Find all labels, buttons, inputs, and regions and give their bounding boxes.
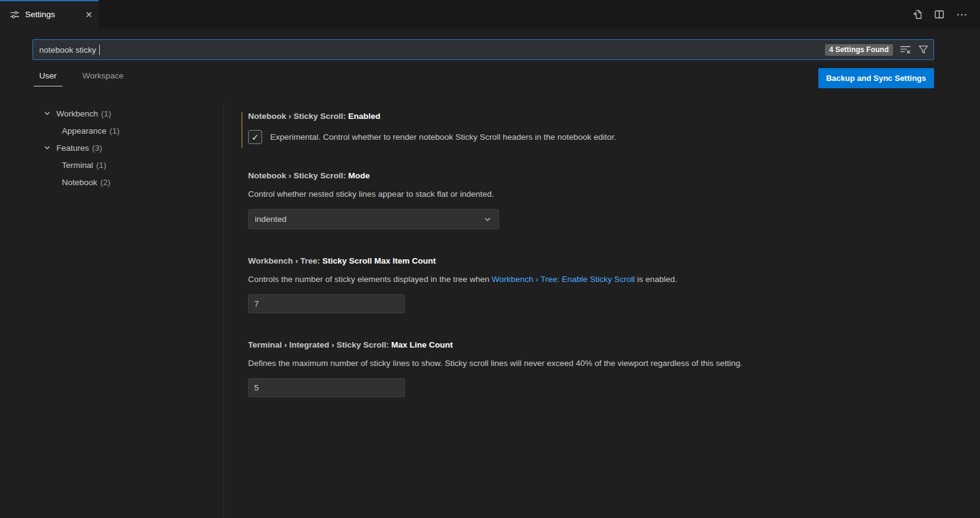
setting-notebook-sticky-scroll-enabled: Notebook › Sticky Scroll: Enabled ✓ Expe…: [241, 110, 980, 144]
scope-tabs: User Workspace: [32, 68, 129, 86]
setting-description: Control whether nested sticky lines appe…: [248, 188, 980, 200]
toc-item-label: Features: [56, 143, 89, 153]
setting-label: Sticky Scroll Max Item Count: [322, 256, 435, 265]
chevron-down-icon[interactable]: [42, 109, 52, 118]
backup-and-sync-settings-button[interactable]: Backup and Sync Settings: [818, 68, 934, 88]
setting-description: Defines the maximum number of sticky lin…: [248, 357, 980, 370]
select-value: indented: [255, 215, 287, 224]
settings-list: Notebook › Sticky Scroll: Enabled ✓ Expe…: [224, 103, 980, 517]
setting-title: Notebook › Sticky Scroll: Enabled: [248, 110, 980, 123]
toc-item-workbench[interactable]: Workbench (1): [0, 105, 224, 122]
setting-title: Notebook › Sticky Scroll: Mode: [248, 170, 980, 182]
split-editor-icon[interactable]: [934, 9, 944, 20]
setting-terminal-sticky-scroll-max-line-count: Terminal › Integrated › Sticky Scroll: M…: [241, 339, 980, 397]
toc-item-count: (1): [96, 161, 107, 170]
settings-found-badge: 4 Settings Found: [825, 44, 893, 56]
setting-category: Notebook › Sticky Scroll:: [248, 112, 346, 121]
setting-title: Terminal › Integrated › Sticky Scroll: M…: [248, 339, 980, 351]
toc-item-label: Notebook: [62, 178, 97, 187]
description-text: Controls the number of sticky elements d…: [248, 275, 492, 284]
clear-search-results-icon[interactable]: [900, 45, 911, 55]
setting-workbench-tree-sticky-scroll-max-item-count: Workbench › Tree: Sticky Scroll Max Item…: [241, 255, 980, 313]
open-settings-json-icon[interactable]: [912, 9, 922, 20]
max-item-count-input[interactable]: [248, 294, 405, 313]
toc-item-count: (3): [92, 143, 102, 153]
toc-item-label: Terminal: [62, 161, 93, 170]
filter-icon[interactable]: [918, 45, 929, 55]
setting-control-row: ✓ Experimental. Control whether to rende…: [248, 130, 980, 144]
close-tab-icon[interactable]: ✕: [85, 10, 92, 19]
description-text: is enabled.: [635, 275, 677, 284]
setting-category: Notebook › Sticky Scroll:: [248, 171, 346, 180]
search-input-value: notebook sticky: [39, 45, 96, 55]
settings-search-row: notebook sticky 4 Settings Found: [32, 39, 934, 60]
setting-label: Mode: [349, 171, 370, 180]
more-actions-icon[interactable]: ⋯: [956, 9, 968, 20]
tab-user[interactable]: User: [34, 71, 62, 86]
toc-item-label: Workbench: [56, 109, 98, 118]
setting-category: Terminal › Integrated › Sticky Scroll:: [248, 340, 389, 349]
search-controls: 4 Settings Found: [825, 44, 929, 56]
tab-workspace[interactable]: Workspace: [77, 71, 129, 86]
toc-item-features[interactable]: Features (3): [0, 139, 224, 156]
tab-settings[interactable]: Settings ✕: [0, 0, 99, 29]
toc-item-count: (2): [100, 178, 111, 187]
settings-header-row: User Workspace Backup and Sync Settings: [32, 68, 934, 96]
mode-select[interactable]: indented: [248, 209, 499, 229]
setting-label: Max Line Count: [391, 340, 453, 349]
setting-description: Experimental. Control whether to render …: [270, 131, 616, 143]
settings-toc: Workbench (1) Appearance (1) Features (3…: [0, 103, 224, 517]
editor-tab-strip: Settings ✕ ⋯: [0, 0, 980, 29]
setting-title: Workbench › Tree: Sticky Scroll Max Item…: [248, 255, 980, 267]
toc-item-label: Appearance: [62, 126, 107, 135]
max-line-count-input[interactable]: [248, 378, 405, 397]
check-icon: ✓: [252, 132, 259, 142]
settings-search-input[interactable]: notebook sticky 4 Settings Found: [32, 39, 934, 60]
toc-item-appearance[interactable]: Appearance (1): [0, 122, 224, 139]
text-caret: [99, 45, 100, 55]
setting-category: Workbench › Tree:: [248, 256, 320, 265]
setting-notebook-sticky-scroll-mode: Notebook › Sticky Scroll: Mode Control w…: [241, 170, 980, 229]
setting-link-enable-sticky-scroll[interactable]: Workbench › Tree: Enable Sticky Scroll: [492, 275, 635, 284]
toc-item-terminal[interactable]: Terminal (1): [0, 156, 224, 173]
tab-label: Settings: [25, 10, 55, 19]
setting-label: Enabled: [349, 112, 381, 121]
setting-description: Controls the number of sticky elements d…: [248, 273, 980, 286]
settings-sliders-icon: [10, 10, 20, 20]
checkbox-checked[interactable]: ✓: [248, 130, 262, 144]
settings-body: Workbench (1) Appearance (1) Features (3…: [0, 103, 980, 517]
editor-actions: ⋯: [912, 0, 980, 29]
toc-item-notebook[interactable]: Notebook (2): [0, 173, 224, 191]
chevron-down-icon[interactable]: [42, 143, 52, 153]
chevron-down-icon: [483, 215, 492, 224]
toc-item-count: (1): [110, 126, 120, 135]
toc-item-count: (1): [101, 109, 111, 118]
